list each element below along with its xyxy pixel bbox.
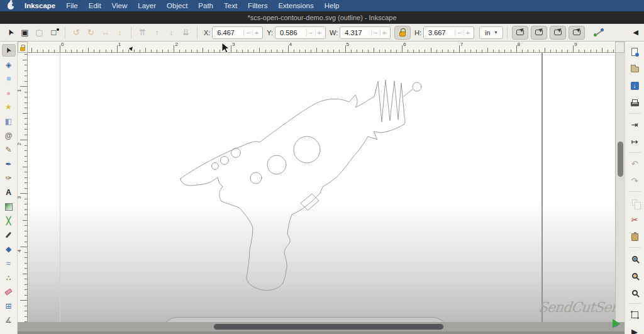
collapse-toolbar-arrow[interactable]: ◀ [633, 28, 638, 36]
save-command[interactable]: ↓ [628, 79, 641, 92]
undo-command[interactable]: ↶ [628, 157, 641, 170]
color-profile-icon [611, 318, 621, 329]
mesh-gradient-tool[interactable]: ╳ [2, 214, 16, 227]
apple-logo-icon[interactable] [8, 2, 14, 9]
paste-command[interactable] [628, 230, 641, 243]
rotate-cw-icon[interactable]: ↻ [84, 26, 98, 40]
pencil-tool[interactable]: ✎ [2, 143, 16, 156]
eraser-tool[interactable] [2, 286, 16, 298]
canvas[interactable]: SendCutSend [28, 53, 615, 322]
raygun-nose-circle-3 [212, 163, 219, 170]
width-input[interactable] [343, 28, 371, 37]
ellipse-tool[interactable]: ● [2, 87, 16, 99]
menu-file[interactable]: File [66, 2, 78, 9]
width-decrement-button[interactable]: − [371, 29, 379, 36]
menu-object[interactable]: Object [167, 2, 187, 9]
deselect-icon[interactable]: ▢ [32, 26, 47, 40]
horizontal-scrollbar[interactable] [18, 322, 625, 331]
x-decrement-button[interactable]: − [243, 29, 252, 36]
text-tool[interactable]: A [2, 186, 16, 199]
menu-text[interactable]: Text [224, 2, 237, 9]
rotate-ccw-icon[interactable]: ↺ [69, 26, 84, 40]
new-document-command[interactable] [628, 45, 641, 58]
flip-vertical-icon[interactable]: ↕ [113, 26, 127, 40]
x-increment-button[interactable]: + [252, 29, 260, 36]
width-label: W: [330, 29, 338, 36]
lock-ratio-button[interactable] [394, 26, 411, 40]
open-command[interactable] [628, 62, 641, 75]
transform-stroke-toggle[interactable] [512, 26, 528, 40]
dropper-tool[interactable] [2, 229, 16, 242]
transform-gradient-icon [554, 30, 562, 35]
gradient-tool[interactable] [2, 201, 16, 213]
expand-panel-command[interactable]: ▶ [628, 325, 641, 334]
menu-filters[interactable]: Filters [248, 2, 267, 9]
height-decrement-button[interactable]: − [455, 29, 463, 36]
ruler-end-button[interactable] [615, 42, 625, 53]
x-input[interactable] [216, 28, 243, 37]
raise-to-top-icon-glyph: ⇈ [139, 28, 146, 37]
selection-frame-icon[interactable]: □ [47, 26, 61, 40]
import-command[interactable]: ⇥ [628, 118, 641, 131]
selector-tool[interactable]: ➤ [2, 44, 16, 57]
vertical-scrollbar-thumb[interactable] [618, 142, 623, 177]
copy-command[interactable] [628, 196, 641, 209]
menu-edit[interactable]: Edit [89, 2, 101, 9]
box3d-tool[interactable]: ◧ [2, 115, 16, 128]
y-increment-button[interactable]: + [315, 29, 323, 36]
ruler-corner-lock[interactable] [18, 42, 28, 53]
select-cursor-icon[interactable]: ➤ [3, 26, 18, 40]
menu-help[interactable]: Help [325, 2, 340, 9]
height-input[interactable] [427, 28, 455, 37]
menu-extensions[interactable]: Extensions [278, 2, 313, 9]
transform-corners-toggle[interactable] [531, 26, 547, 40]
height-increment-button[interactable]: + [464, 29, 472, 36]
zoom-drawing-command[interactable] [628, 269, 641, 282]
node-tool[interactable]: ◈ [2, 58, 16, 71]
menu-inkscape[interactable]: Inkscape [25, 2, 55, 9]
transform-gradient-toggle[interactable] [550, 26, 566, 40]
lower-to-bottom-icon[interactable]: ⇊ [179, 26, 193, 40]
expand-panel-command-glyph: ▶ [631, 327, 638, 334]
vertical-scrollbar[interactable] [615, 53, 625, 322]
separator [507, 26, 508, 39]
flip-horizontal-icon[interactable]: ↔ [98, 26, 113, 40]
unit-dropdown[interactable]: in ▾ [479, 26, 503, 39]
title-bar: *scs-open-contour-demo.svg (outline) - I… [0, 11, 644, 24]
menu-view[interactable]: View [112, 2, 128, 9]
x-spinbox: − + [212, 26, 263, 39]
raise-icon[interactable]: ↑ [150, 26, 164, 40]
pen-tool[interactable]: ✒ [2, 158, 16, 170]
star-tool[interactable]: ★ [2, 101, 16, 113]
horizontal-scrollbar-thumb[interactable] [214, 324, 443, 330]
horizontal-ruler[interactable]: 0123456789 [28, 42, 615, 53]
zoom-selection-command[interactable] [628, 252, 641, 265]
calligraphy-tool[interactable]: ✑ [2, 172, 16, 184]
lower-icon[interactable]: ↓ [164, 26, 179, 40]
transform-pattern-toggle[interactable] [569, 26, 585, 40]
zoom-page-command[interactable] [628, 286, 641, 299]
separator [131, 26, 131, 39]
print-command[interactable] [628, 96, 641, 109]
tweak-tool[interactable]: ≈ [2, 257, 16, 270]
redo-command[interactable]: ↷ [628, 174, 641, 187]
selection-frame-command[interactable] [628, 308, 641, 321]
select-all-icon[interactable]: ▣ [18, 26, 32, 40]
connector-tool[interactable]: ⊞ [2, 300, 16, 313]
measure-tool[interactable]: ∡ [2, 314, 16, 326]
menu-path[interactable]: Path [198, 2, 213, 9]
raygun-outline-drawing[interactable] [28, 53, 615, 322]
lock-icon [20, 47, 25, 50]
spiral-tool[interactable]: @ [2, 130, 16, 142]
cut-command[interactable]: ✂ [628, 213, 641, 226]
y-input[interactable] [279, 28, 306, 37]
vertical-ruler[interactable]: 1234 [18, 53, 28, 334]
rectangle-tool[interactable]: ■ [2, 72, 16, 85]
raise-to-top-icon[interactable]: ⇈ [135, 26, 150, 40]
width-increment-button[interactable]: + [380, 29, 388, 36]
y-decrement-button[interactable]: − [306, 29, 314, 36]
menu-layer[interactable]: Layer [138, 2, 156, 9]
export-command[interactable]: ↦ [628, 135, 641, 148]
paint-bucket-tool[interactable]: ◆ [2, 243, 16, 255]
spray-tool[interactable]: ∴ [2, 272, 16, 284]
